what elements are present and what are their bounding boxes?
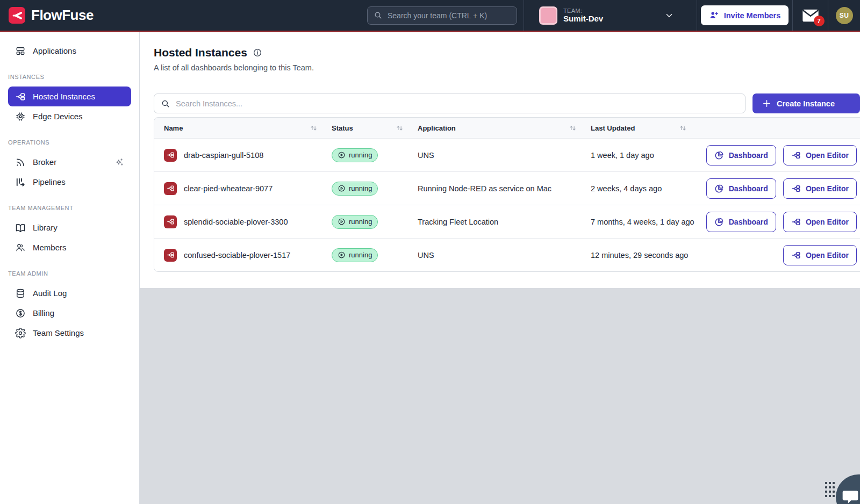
open-editor-button[interactable]: Open Editor bbox=[783, 212, 857, 232]
team-name: Sumit-Dev bbox=[563, 14, 603, 23]
sidebar-item-pipelines[interactable]: Pipelines bbox=[8, 172, 131, 192]
info-icon[interactable] bbox=[253, 48, 262, 57]
dashboard-button[interactable]: Dashboard bbox=[706, 212, 776, 232]
pie-chart-icon bbox=[714, 184, 724, 193]
fork-icon bbox=[791, 150, 801, 160]
column-header-application[interactable]: Application bbox=[418, 124, 591, 132]
application-name: UNS bbox=[418, 151, 591, 160]
instance-name: drab-caspian-gull-5108 bbox=[184, 151, 263, 160]
invite-members-button[interactable]: Invite Members bbox=[701, 5, 789, 25]
instances-table: Name Status Applic bbox=[154, 117, 860, 272]
sidebar-item-library[interactable]: Library bbox=[8, 218, 131, 237]
last-updated: 7 months, 4 weeks, 1 day ago bbox=[591, 218, 701, 226]
sidebar-item-edge-devices[interactable]: Edge Devices bbox=[8, 106, 131, 126]
status-label: running bbox=[349, 251, 372, 259]
brand[interactable]: FlowFuse bbox=[0, 0, 102, 31]
status-badge: running bbox=[332, 182, 378, 196]
sparkles-icon bbox=[114, 157, 124, 167]
pipelines-icon bbox=[15, 177, 26, 188]
table-row[interactable]: clear-pied-wheatear-9077 running Running… bbox=[154, 171, 860, 205]
instances-search-box[interactable] bbox=[154, 93, 746, 113]
notifications-button[interactable]: 7 bbox=[802, 9, 819, 23]
status-badge: running bbox=[332, 248, 378, 262]
notification-count-badge: 7 bbox=[814, 16, 825, 26]
sort-icon bbox=[569, 124, 577, 132]
create-instance-label: Create Instance bbox=[777, 99, 835, 108]
play-circle-icon bbox=[338, 251, 346, 259]
sidebar-item-label: Applications bbox=[33, 46, 76, 55]
last-updated: 1 week, 1 day ago bbox=[591, 151, 701, 160]
open-editor-button[interactable]: Open Editor bbox=[783, 178, 857, 199]
sidebar-item-label: Billing bbox=[33, 308, 54, 318]
flowfuse-logo-icon bbox=[9, 7, 25, 24]
instance-name: clear-pied-wheatear-9077 bbox=[184, 184, 273, 193]
search-icon bbox=[161, 99, 170, 109]
users-icon bbox=[15, 242, 26, 253]
sidebar-item-label: Audit Log bbox=[33, 289, 67, 298]
dashboard-label: Dashboard bbox=[729, 218, 768, 226]
create-instance-button[interactable]: Create Instance bbox=[752, 93, 860, 113]
table-header-row: Name Status Applic bbox=[154, 118, 860, 138]
sidebar-item-broker[interactable]: Broker bbox=[8, 152, 131, 172]
open-editor-button[interactable]: Open Editor bbox=[783, 145, 857, 165]
sort-icon bbox=[310, 124, 318, 132]
sidebar-item-label: Team Settings bbox=[33, 328, 84, 337]
instances-search-input[interactable] bbox=[176, 99, 739, 108]
sidebar-item-team-settings[interactable]: Team Settings bbox=[8, 323, 131, 343]
table-row[interactable]: drab-caspian-gull-5108 running UNS 1 wee… bbox=[154, 138, 860, 171]
dashboard-label: Dashboard bbox=[729, 184, 768, 193]
chip-icon bbox=[15, 111, 26, 122]
table-row[interactable]: confused-sociable-plover-1517 running UN… bbox=[154, 238, 860, 271]
page-subtitle: A list of all dashboards belonging to th… bbox=[154, 63, 860, 72]
team-search-box[interactable] bbox=[367, 6, 517, 25]
instance-icon bbox=[164, 215, 177, 228]
column-header-name[interactable]: Name bbox=[164, 124, 332, 132]
status-badge: running bbox=[332, 148, 378, 162]
instance-name: splendid-sociable-plover-3300 bbox=[184, 218, 288, 226]
fork-icon bbox=[791, 184, 801, 193]
user-avatar[interactable]: SU bbox=[836, 7, 853, 24]
last-updated: 12 minutes, 29 seconds ago bbox=[591, 251, 701, 260]
team-avatar bbox=[539, 6, 557, 25]
database-icon bbox=[15, 288, 26, 299]
dashboard-button[interactable]: Dashboard bbox=[706, 145, 776, 165]
column-label: Last Updated bbox=[591, 124, 635, 132]
plus-icon bbox=[762, 99, 771, 108]
application-name: UNS bbox=[418, 251, 591, 260]
team-search-input[interactable] bbox=[388, 11, 511, 20]
team-label: TEAM: bbox=[563, 8, 603, 15]
team-selector[interactable]: TEAM: Sumit-Dev bbox=[524, 0, 697, 31]
sidebar-item-audit-log[interactable]: Audit Log bbox=[8, 283, 131, 303]
main-area: Hosted Instances A list of all dashboard… bbox=[140, 32, 860, 504]
applications-icon bbox=[15, 46, 26, 56]
instance-icon bbox=[164, 149, 177, 162]
play-circle-icon bbox=[338, 151, 346, 159]
open-editor-button[interactable]: Open Editor bbox=[783, 245, 857, 265]
sidebar-item-hosted-instances[interactable]: Hosted Instances bbox=[8, 87, 131, 106]
sidebar-item-label: Edge Devices bbox=[33, 112, 83, 121]
status-label: running bbox=[349, 184, 372, 192]
play-circle-icon bbox=[338, 218, 346, 226]
sidebar-item-label: Library bbox=[33, 223, 58, 232]
open-editor-label: Open Editor bbox=[806, 218, 849, 226]
sidebar-section-operations: OPERATIONS bbox=[8, 139, 131, 146]
dashboard-label: Dashboard bbox=[729, 151, 768, 160]
brand-name: FlowFuse bbox=[31, 7, 94, 24]
widget-drag-handle[interactable] bbox=[825, 482, 835, 501]
pie-chart-icon bbox=[714, 150, 724, 160]
instances-fork-icon bbox=[15, 91, 26, 102]
column-header-status[interactable]: Status bbox=[332, 124, 418, 132]
sidebar-item-billing[interactable]: Billing bbox=[8, 303, 131, 323]
column-label: Name bbox=[164, 124, 183, 132]
open-editor-label: Open Editor bbox=[806, 184, 849, 193]
column-header-last-updated[interactable]: Last Updated bbox=[591, 124, 701, 132]
sidebar-section-team-admin: TEAM ADMIN bbox=[8, 270, 131, 277]
table-row[interactable]: splendid-sociable-plover-3300 running Tr… bbox=[154, 205, 860, 238]
sidebar-item-applications[interactable]: Applications bbox=[8, 41, 131, 61]
chat-bubble-icon bbox=[841, 489, 859, 504]
sidebar-item-members[interactable]: Members bbox=[8, 237, 131, 257]
sidebar-item-label: Pipelines bbox=[33, 177, 66, 186]
play-circle-icon bbox=[338, 184, 346, 192]
sidebar-section-team-management: TEAM MANAGEMENT bbox=[8, 205, 131, 211]
dashboard-button[interactable]: Dashboard bbox=[706, 178, 776, 199]
